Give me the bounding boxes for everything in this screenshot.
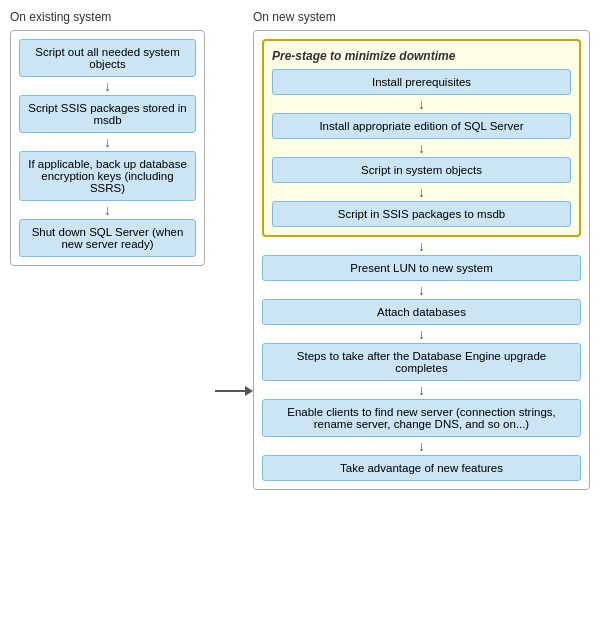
right-step-0: Present LUN to new system <box>262 255 581 281</box>
right-step-3: Enable clients to find new server (conne… <box>262 399 581 437</box>
pre-arrow-0: ↓ <box>418 95 425 113</box>
left-flow: Script out all needed system objects ↓ S… <box>19 39 196 257</box>
prestage-step-2: Script in system objects <box>272 157 571 183</box>
left-step-2: If applicable, back up database encrypti… <box>19 151 196 201</box>
arrow-0: ↓ <box>104 77 111 95</box>
left-panel: On existing system Script out all needed… <box>10 10 205 490</box>
right-arrow-4: ↓ <box>418 437 425 455</box>
right-step-2: Steps to take after the Database Engine … <box>262 343 581 381</box>
right-arrow-1: ↓ <box>418 281 425 299</box>
arrow-2: ↓ <box>104 201 111 219</box>
arrow-1: ↓ <box>104 133 111 151</box>
pre-arrow-1: ↓ <box>418 139 425 157</box>
h-arrow-head <box>245 386 253 396</box>
right-panel: On new system Pre-stage to minimize down… <box>253 10 590 490</box>
prestage-step-3: Script in SSIS packages to msdb <box>272 201 571 227</box>
right-outer-box: Pre-stage to minimize downtime Install p… <box>253 30 590 490</box>
left-box: Script out all needed system objects ↓ S… <box>10 30 205 266</box>
horizontal-arrow <box>215 382 253 400</box>
prestage-step-0: Install prerequisites <box>272 69 571 95</box>
pre-arrow-2: ↓ <box>418 183 425 201</box>
right-arrow-2: ↓ <box>418 325 425 343</box>
diagram: On existing system Script out all needed… <box>10 10 590 490</box>
prestage-box: Pre-stage to minimize downtime Install p… <box>262 39 581 237</box>
right-arrow-0: ↓ <box>418 237 425 255</box>
left-step-3: Shut down SQL Server (when new server re… <box>19 219 196 257</box>
h-arrow-line <box>215 390 245 392</box>
prestage-step-1: Install appropriate edition of SQL Serve… <box>272 113 571 139</box>
left-header: On existing system <box>10 10 205 24</box>
right-step-1: Attach databases <box>262 299 581 325</box>
right-header: On new system <box>253 10 590 24</box>
right-arrow-3: ↓ <box>418 381 425 399</box>
left-step-0: Script out all needed system objects <box>19 39 196 77</box>
right-flow: Pre-stage to minimize downtime Install p… <box>262 39 581 481</box>
right-step-4: Take advantage of new features <box>262 455 581 481</box>
prestage-title: Pre-stage to minimize downtime <box>272 49 455 63</box>
left-step-1: Script SSIS packages stored in msdb <box>19 95 196 133</box>
